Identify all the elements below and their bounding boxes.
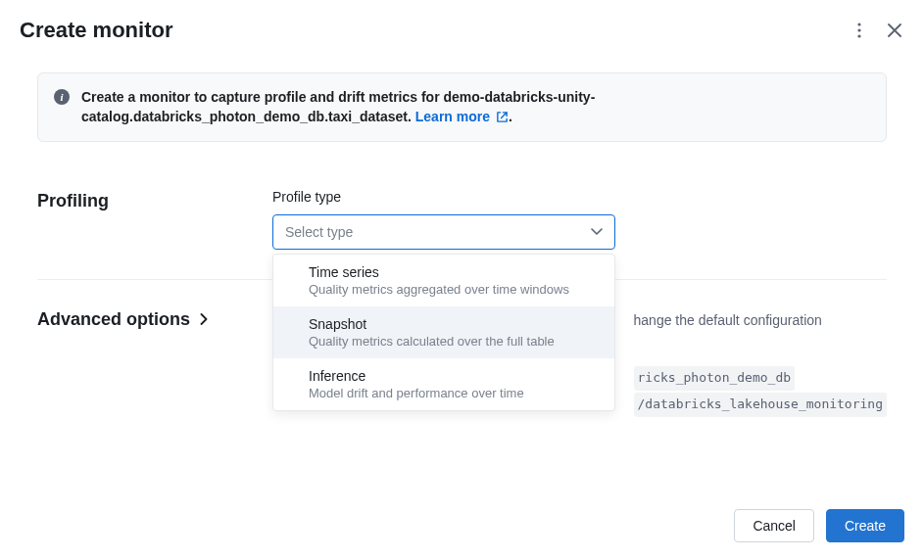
close-button[interactable]: [885, 21, 904, 40]
dropdown-option-snapshot[interactable]: Snapshot Quality metrics calculated over…: [273, 306, 614, 358]
option-desc: Model drift and performance over time: [309, 386, 579, 400]
chevron-right-icon: [200, 313, 208, 325]
info-banner: i Create a monitor to capture profile an…: [37, 72, 887, 142]
dialog-title: Create monitor: [20, 18, 172, 43]
select-placeholder: Select type: [285, 224, 353, 240]
learn-more-text: Learn more: [415, 109, 490, 124]
option-desc: Quality metrics aggregated over time win…: [309, 282, 579, 297]
create-button[interactable]: Create: [826, 509, 904, 542]
profiling-section: Profiling Profile type Select type Time …: [37, 189, 887, 279]
create-label: Create: [845, 518, 886, 534]
kebab-icon: [857, 23, 861, 38]
svg-point-1: [857, 28, 860, 31]
info-icon: i: [54, 89, 70, 105]
advanced-options-toggle[interactable]: Advanced options: [37, 309, 252, 330]
svg-point-0: [857, 23, 860, 25]
profile-type-select[interactable]: Select type: [272, 214, 615, 250]
cancel-label: Cancel: [753, 518, 796, 534]
info-message: Create a monitor to capture profile and …: [81, 89, 595, 124]
dialog-footer: Cancel Create: [734, 509, 904, 542]
chevron-down-icon: [591, 228, 603, 236]
dialog-body: i Create a monitor to capture profile an…: [0, 53, 924, 437]
external-link-icon: [496, 111, 509, 123]
profiling-label: Profiling: [37, 189, 272, 211]
profile-type-label: Profile type: [272, 189, 887, 205]
cancel-button[interactable]: Cancel: [734, 509, 814, 542]
header-actions: [850, 21, 904, 40]
banner-period: .: [509, 109, 512, 124]
advanced-label-text: Advanced options: [37, 309, 190, 330]
profile-type-dropdown: Time series Quality metrics aggregated o…: [272, 254, 615, 411]
advanced-hint-partial: hange the default configuration: [634, 312, 822, 328]
assets-path-partial: /databricks_lakehouse_monitoring: [634, 393, 887, 417]
option-title: Inference: [309, 368, 579, 384]
profiling-body: Profile type Select type Time series Qua…: [272, 189, 887, 250]
dropdown-option-inference[interactable]: Inference Model drift and performance ov…: [273, 358, 614, 410]
info-text: Create a monitor to capture profile and …: [81, 87, 870, 127]
dialog-header: Create monitor: [0, 0, 924, 53]
dropdown-option-timeseries[interactable]: Time series Quality metrics aggregated o…: [273, 255, 614, 306]
option-title: Time series: [309, 264, 579, 280]
option-title: Snapshot: [309, 316, 579, 332]
menu-button[interactable]: [850, 21, 869, 40]
learn-more-link[interactable]: Learn more: [415, 109, 509, 124]
close-icon: [888, 23, 901, 37]
option-desc: Quality metrics calculated over the full…: [309, 334, 579, 349]
schema-path-partial: ricks_photon_demo_db: [634, 366, 796, 391]
svg-point-2: [857, 34, 860, 37]
